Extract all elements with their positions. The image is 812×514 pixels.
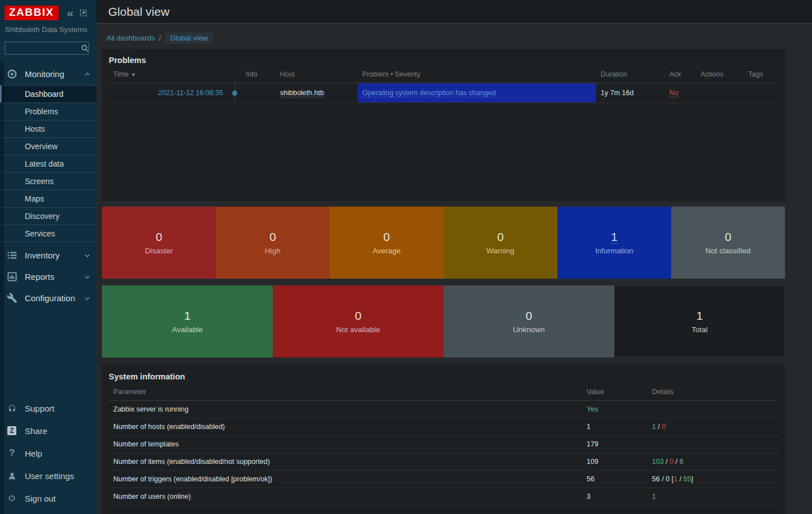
sysinfo-row: Number of templates 179 [109,436,778,453]
sidebar-item-monitoring[interactable]: Monitoring [0,64,96,85]
sysinfo-value: 179 [582,436,647,453]
search-input[interactable] [5,42,89,55]
sidebar-item-problems[interactable]: Problems [0,102,96,120]
main-area: Global view All dashboards / Global view… [96,0,812,514]
problems-table: Time▼ Info Host Problem • Severity Durat… [109,65,778,103]
sysinfo-details: 1 [647,488,778,506]
sidebar-item-discovery[interactable]: Discovery [0,207,96,225]
sidebar-item-share[interactable]: Z Share [0,419,96,442]
column-header-time[interactable]: Time▼ [109,65,228,83]
ack-link[interactable]: No [669,89,678,97]
availability-tile-total: 1 Total [614,285,785,357]
column-header-timeline [228,65,241,83]
column-header-value: Value [582,382,647,401]
problem-row: 2021-11-12 16:06:35 shibboleth.htb Opera… [109,83,778,103]
severity-count: 0 [383,230,390,244]
sidebar-expand-icon[interactable] [79,8,88,17]
org-name: Shibboleth Data Systems [0,20,96,34]
z-share-icon: Z [7,426,17,436]
page-title: Global view [108,5,170,19]
wrench-icon [7,293,17,303]
availability-count: 1 [184,309,191,323]
problem-actions-cell [696,83,744,103]
sidebar-item-maps[interactable]: Maps [0,190,96,207]
problem-duration-cell: 1y 7m 16d [596,83,665,103]
question-icon: ? [7,448,17,458]
sidebar-item-reports[interactable]: Reports [0,266,96,288]
sidebar-item-user-settings[interactable]: User settings [0,464,96,487]
severity-count: 1 [611,230,618,244]
breadcrumb: All dashboards / Global view [102,32,812,44]
breadcrumb-global-view[interactable]: Global view [165,32,213,44]
footer-item-label: Sign out [25,494,56,503]
problem-time-link[interactable]: 2021-11-12 16:06:35 [158,89,223,97]
sidebar-collapse-icon[interactable]: « [67,9,74,17]
sidebar-item-screens[interactable]: Screens [0,172,96,190]
sysinfo-details: 1 / 0 [647,418,778,436]
problems-by-severity-widget: 0 Disaster 0 High 0 Average 0 Warning 1 … [102,207,785,279]
severity-label: Not classified [705,247,751,255]
host-link[interactable]: shibboleth.htb [280,89,324,97]
severity-label: Information [595,247,633,255]
sysinfo-value: 56 [582,471,647,488]
sidebar-item-inventory[interactable]: Inventory [0,245,96,266]
availability-count: 0 [526,309,533,323]
chevron-down-icon [84,252,91,259]
sysinfo-details: 103 / 0 / 6 [647,453,778,471]
sidebar-item-hosts[interactable]: Hosts [0,120,96,137]
nav-section-label: Inventory [25,251,84,260]
sysinfo-parameter: Zabbix server is running [109,401,582,418]
severity-tile-average: 0 Average [330,207,443,279]
sidebar-item-services[interactable]: Services [0,225,96,242]
availability-tile-available: 1 Available [102,285,273,357]
availability-count: 0 [355,309,362,323]
availability-label: Not available [336,325,380,334]
severity-count: 0 [725,230,731,244]
problems-widget-title: Problems [109,56,778,65]
availability-label: Available [172,325,203,334]
breadcrumb-separator: / [159,34,161,42]
column-header-ack: Ack [665,65,696,83]
sidebar-item-overview[interactable]: Overview [0,137,96,155]
nav-section-label: Reports [25,272,84,281]
search-icon[interactable] [81,44,89,52]
severity-tile-warning: 0 Warning [443,207,557,279]
sidebar-footer: Support Z Share ? Help User settings S [0,397,96,509]
sysinfo-row: Number of users (online) 3 1 [109,488,778,506]
severity-label: Disaster [145,247,173,255]
severity-tile-high: 0 High [216,207,330,279]
sysinfo-value: Yes [582,401,647,418]
information-count-link[interactable]: 1 [611,230,618,244]
problems-widget: Problems Time▼ Info Host Problem • Sever… [102,49,785,201]
problems-header-row: Time▼ Info Host Problem • Severity Durat… [109,65,778,83]
bar-chart-icon [7,271,17,282]
sysinfo-value: 3 [582,488,647,506]
top-header-bar: Global view [96,0,812,24]
eye-icon [7,69,17,79]
sidebar-item-sign-out[interactable]: Sign out [0,487,96,509]
breadcrumb-all-dashboards[interactable]: All dashboards [107,34,155,42]
unack-problem-dot-icon[interactable] [232,91,237,96]
monitoring-submenu: Dashboard Problems Hosts Overview Latest… [0,85,96,242]
column-header-info: Info [241,65,276,83]
availability-tile-not-available: 0 Not available [273,285,443,357]
severity-count: 0 [497,230,504,244]
sidebar-item-support[interactable]: Support [0,397,96,419]
system-information-title: System information [109,372,778,381]
column-header-problem-severity: Problem • Severity [358,65,596,83]
headset-icon [7,403,17,413]
sidebar-item-configuration[interactable]: Configuration [0,288,96,309]
sidebar-item-latest-data[interactable]: Latest data [0,155,96,172]
sysinfo-row: Number of items (enabled/disabled/not su… [109,453,778,471]
sidebar-nav: Monitoring Dashboard Problems Hosts Over… [0,64,96,309]
problem-link[interactable]: Operating system description has changed [362,89,496,97]
availability-label: Total [691,325,708,334]
footer-item-label: User settings [25,471,74,481]
sidebar-item-dashboard[interactable]: Dashboard [0,85,96,102]
timeline-cell [228,83,241,103]
footer-item-label: Support [25,404,55,413]
zabbix-logo[interactable]: ZABBIX [5,6,59,20]
nav-section-label: Monitoring [25,69,84,79]
sort-desc-icon: ▼ [131,72,136,78]
sidebar-item-help[interactable]: ? Help [0,442,96,464]
